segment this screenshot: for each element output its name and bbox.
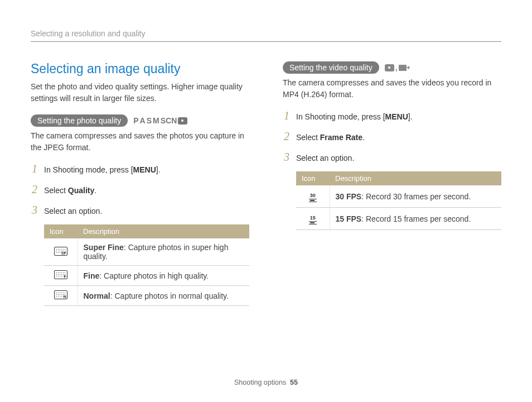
step-number: 1 xyxy=(283,109,291,122)
step-number: 2 xyxy=(31,183,38,196)
mode-scn-icon: SCN xyxy=(161,116,177,125)
mode-icons: P A S M SCN xyxy=(133,116,187,125)
video-icon xyxy=(399,65,407,71)
breadcrumb: Selecting a resolution and quality xyxy=(31,29,501,42)
table-header-description: Description xyxy=(78,224,249,238)
page-footer: Shooting options 55 xyxy=(0,379,532,386)
video-quality-desc: The camera compresses and saves the vide… xyxy=(283,77,501,100)
step-text: Select an option. xyxy=(44,207,102,216)
normal-icon xyxy=(54,290,67,299)
section-intro: Set the photo and video quality settings… xyxy=(31,81,249,104)
table-row: Normal: Capture photos in normal quality… xyxy=(44,286,249,306)
step-number: 2 xyxy=(283,130,291,143)
mode-m-icon: M xyxy=(153,116,159,125)
video-options-table: Icon Description 30 30 FPS: Record 30 fr… xyxy=(296,171,501,230)
footer-section: Shooting options xyxy=(234,379,286,386)
table-row: 30 30 FPS: Record 30 frames per second. xyxy=(296,185,501,208)
step-text: Select an option. xyxy=(296,154,354,162)
fps-30-icon: 30 xyxy=(309,193,317,203)
superfine-icon xyxy=(54,247,67,256)
photo-quality-desc: The camera compresses and saves the phot… xyxy=(31,130,249,154)
step-text: Select Quality. xyxy=(44,186,96,195)
photo-steps: 1 In Shooting mode, press [MENU]. 2 Sele… xyxy=(31,162,249,217)
table-row: 15 15 FPS: Record 15 frames per second. xyxy=(296,208,501,230)
table-header-description: Description xyxy=(330,171,501,185)
mode-icons: , xyxy=(385,63,407,72)
table-row: Super Fine: Capture photos in super high… xyxy=(44,238,249,266)
menu-button-label: MENU xyxy=(133,165,156,174)
menu-button-label: MENU xyxy=(385,112,408,121)
pill-photo-quality: Setting the photo quality xyxy=(31,114,128,127)
step-number: 3 xyxy=(31,204,38,217)
table-row: Fine: Capture photos in high quality. xyxy=(44,266,249,286)
video-steps: 1 In Shooting mode, press [MENU]. 2 Sele… xyxy=(283,109,501,164)
pill-video-quality: Setting the video quality xyxy=(283,61,379,74)
fine-icon xyxy=(54,270,67,279)
photo-options-table: Icon Description Super Fine: Capture pho… xyxy=(44,224,249,306)
step-number: 1 xyxy=(31,162,38,175)
section-title: Selecting an image quality xyxy=(31,61,249,76)
camera-icon xyxy=(385,64,394,71)
camera-icon xyxy=(178,117,187,125)
fps-15-icon: 15 xyxy=(309,216,317,225)
step-text: Select Frame Rate. xyxy=(296,133,365,142)
step-text: In Shooting mode, press [MENU]. xyxy=(44,165,161,174)
mode-s-icon: S xyxy=(147,116,152,125)
step-number: 3 xyxy=(283,151,291,164)
mode-p-icon: P xyxy=(133,116,138,125)
step-text: In Shooting mode, press [MENU]. xyxy=(296,112,413,121)
page-number: 55 xyxy=(290,379,298,386)
left-column: Selecting an image quality Set the photo… xyxy=(31,61,249,306)
table-header-icon: Icon xyxy=(296,171,330,185)
mode-a-icon: A xyxy=(140,116,146,125)
right-column: Setting the video quality , The camera c… xyxy=(283,61,501,306)
table-header-icon: Icon xyxy=(44,224,78,238)
